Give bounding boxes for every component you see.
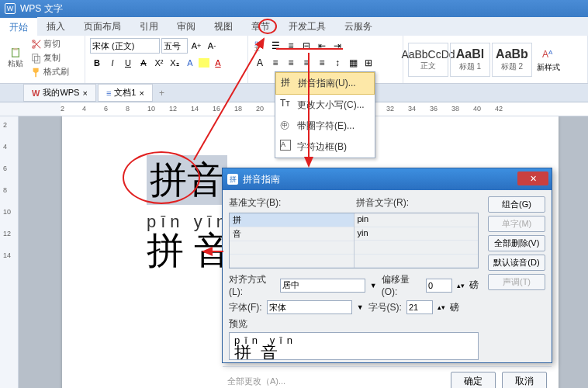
default-reading-button[interactable]: 默认读音(D) bbox=[488, 255, 545, 271]
copy-button[interactable]: 复制 bbox=[29, 51, 71, 64]
style-heading1[interactable]: AaBl标题 1 bbox=[450, 43, 490, 77]
copy-icon bbox=[31, 53, 42, 64]
cancel-button[interactable]: 取消 bbox=[502, 372, 547, 388]
justify-button[interactable]: ≡ bbox=[315, 56, 329, 70]
tab-view[interactable]: 视图 bbox=[205, 17, 242, 36]
tab-review[interactable]: 审阅 bbox=[168, 17, 205, 36]
subscript-button[interactable]: X₂ bbox=[168, 56, 182, 70]
doc-icon: ≡ bbox=[106, 88, 111, 98]
tab-layout[interactable]: 页面布局 bbox=[74, 17, 130, 36]
tab-start[interactable]: 开始 bbox=[0, 16, 37, 37]
brush-icon bbox=[31, 67, 42, 78]
new-style-button[interactable]: AA 新样式 bbox=[534, 43, 563, 76]
font-label: 字体(F): bbox=[229, 301, 262, 314]
preview-hanzi: 拼音 bbox=[234, 346, 473, 360]
phonetic-dropdown: 拼拼音指南(U)... Tт更改大小写(C)... ㊥带圈字符(E)... A字… bbox=[275, 71, 375, 158]
close-icon[interactable]: × bbox=[139, 88, 144, 98]
table-cell-pinyin[interactable]: yin bbox=[355, 227, 479, 241]
border-icon: A bbox=[280, 140, 291, 151]
bullets-button[interactable]: ☰ bbox=[268, 39, 282, 53]
ribbon-clipboard: 粘贴 剪切 复制 格式刷 bbox=[0, 36, 85, 83]
grow-font-button[interactable]: A+ bbox=[189, 39, 203, 53]
highlight-button[interactable] bbox=[199, 58, 209, 68]
fontsize-input[interactable] bbox=[406, 300, 433, 314]
borders-button[interactable]: ⊞ bbox=[361, 56, 375, 70]
tab-chapter[interactable]: 章节 bbox=[242, 17, 279, 36]
dialog-close-button[interactable]: ✕ bbox=[517, 171, 548, 185]
combine-button[interactable]: 组合(G) bbox=[488, 196, 545, 213]
menu-enclose-char[interactable]: ㊥带圈字符(E)... bbox=[275, 116, 375, 137]
app-logo-icon: W bbox=[5, 3, 16, 14]
align-select[interactable] bbox=[280, 279, 365, 293]
numbering-button[interactable]: ≡ bbox=[284, 39, 298, 53]
svg-text:A: A bbox=[548, 49, 553, 56]
svg-text:文: 文 bbox=[254, 46, 260, 51]
pinyin-guide-button[interactable]: 拼文 bbox=[253, 39, 267, 53]
svg-rect-4 bbox=[33, 54, 38, 61]
tone-button: 声调(T) bbox=[488, 274, 545, 290]
char-border-button[interactable]: A bbox=[253, 56, 267, 70]
dialog-footer: 全部更改（A)... 确定 取消 bbox=[223, 366, 552, 388]
table-cell-base[interactable]: 音 bbox=[230, 227, 354, 241]
offset-input[interactable] bbox=[426, 279, 452, 293]
menu-char-border[interactable]: A字符边框(B) bbox=[275, 137, 375, 158]
shading-button[interactable]: ▦ bbox=[346, 56, 360, 70]
cut-button[interactable]: 剪切 bbox=[29, 37, 71, 50]
single-button: 单字(M) bbox=[488, 216, 545, 232]
menu-tabs: 开始 插入 页面布局 引用 审阅 视图 章节 开发工具 云服务 bbox=[0, 17, 588, 36]
format-painter-button[interactable]: 格式刷 bbox=[29, 65, 71, 78]
table-cell-pinyin[interactable] bbox=[355, 241, 479, 255]
pinyin-guide-dialog: 拼 拼音指南 ✕ 基准文字(B): 拼音文字(R): 拼 音 p bbox=[222, 168, 552, 363]
font-color-button[interactable]: A bbox=[211, 56, 225, 70]
pinyin-icon: 拼 bbox=[281, 76, 292, 87]
align-center-button[interactable]: ≡ bbox=[284, 56, 298, 70]
menu-pinyin-guide[interactable]: 拼拼音指南(U)... bbox=[275, 72, 375, 95]
line-spacing-button[interactable]: ↕ bbox=[330, 56, 344, 70]
align-left-button[interactable]: ≡ bbox=[268, 56, 282, 70]
offset-label: 偏移量(O): bbox=[382, 273, 421, 297]
table-cell-base[interactable] bbox=[230, 255, 354, 268]
doc-tab-mywps[interactable]: W我的WPS× bbox=[23, 84, 96, 102]
paste-button[interactable]: 粘贴 bbox=[5, 47, 26, 69]
font-select[interactable] bbox=[267, 300, 352, 314]
italic-button[interactable]: I bbox=[105, 56, 119, 70]
dialog-titlebar[interactable]: 拼 拼音指南 ✕ bbox=[223, 168, 552, 190]
table-cell-base[interactable] bbox=[230, 241, 354, 255]
new-tab-button[interactable]: + bbox=[154, 88, 169, 99]
close-icon[interactable]: × bbox=[82, 88, 87, 98]
menu-change-case[interactable]: Tт更改大小写(C)... bbox=[275, 95, 375, 116]
tab-insert[interactable]: 插入 bbox=[37, 17, 74, 36]
fontsize-unit: 磅 bbox=[450, 301, 459, 314]
selected-text[interactable]: 拼音 bbox=[147, 155, 227, 205]
tab-cloud[interactable]: 云服务 bbox=[335, 17, 382, 36]
align-label: 对齐方式(L): bbox=[229, 273, 275, 297]
style-heading2[interactable]: AaBb标题 2 bbox=[492, 43, 532, 77]
underline-button[interactable]: U bbox=[121, 56, 135, 70]
tab-devtools[interactable]: 开发工具 bbox=[279, 17, 335, 36]
table-cell-base[interactable]: 拼 bbox=[230, 213, 354, 227]
font-size-select[interactable] bbox=[161, 38, 188, 54]
pinyin-output[interactable]: pīn yīn 拼 音 bbox=[147, 212, 231, 269]
shrink-font-button[interactable]: A- bbox=[205, 39, 219, 53]
apply-all-button[interactable]: 全部更改（A)... bbox=[227, 376, 285, 387]
align-right-button[interactable]: ≡ bbox=[299, 56, 313, 70]
clear-all-button[interactable]: 全部删除(V) bbox=[488, 235, 545, 251]
decrease-indent-button[interactable]: ⇤ bbox=[315, 39, 329, 53]
case-icon: Tт bbox=[280, 98, 291, 109]
table-cell-pinyin[interactable]: pin bbox=[355, 213, 479, 227]
text-effect-button[interactable]: A bbox=[183, 56, 197, 70]
pinyin-table[interactable]: 拼 音 pin yin bbox=[229, 213, 479, 268]
style-normal[interactable]: AaBbCcDd正文 bbox=[408, 43, 448, 77]
increase-indent-button[interactable]: ⇥ bbox=[330, 39, 344, 53]
strike-button[interactable]: A bbox=[137, 56, 150, 70]
dialog-icon: 拼 bbox=[227, 174, 238, 185]
vertical-ruler[interactable]: 2468101214 bbox=[0, 116, 19, 388]
ok-button[interactable]: 确定 bbox=[451, 372, 496, 388]
doc-tab-doc1[interactable]: ≡文档1× bbox=[98, 84, 153, 102]
bold-button[interactable]: B bbox=[90, 56, 104, 70]
multilevel-button[interactable]: ⊟ bbox=[299, 39, 313, 53]
tab-reference[interactable]: 引用 bbox=[130, 17, 168, 36]
table-cell-pinyin[interactable] bbox=[355, 255, 479, 268]
superscript-button[interactable]: X² bbox=[152, 56, 166, 70]
font-name-select[interactable] bbox=[90, 38, 160, 54]
